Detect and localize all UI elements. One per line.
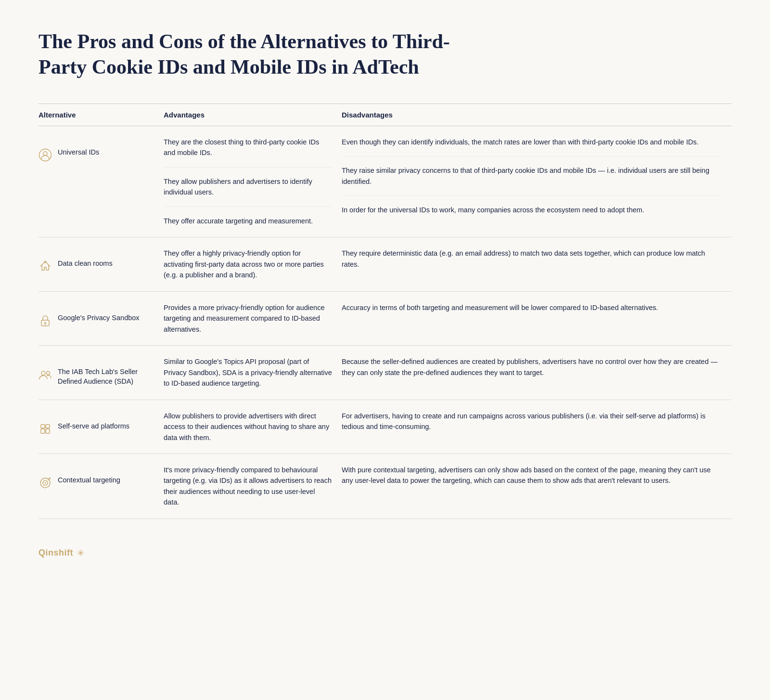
table-row: Google's Privacy Sandbox Provides a more… bbox=[38, 291, 732, 345]
home-icon bbox=[38, 259, 52, 273]
brand-name: Qinshift bbox=[38, 548, 73, 558]
table-row: Contextual targeting It's more privacy-f… bbox=[38, 454, 732, 519]
disadvantages-cell-universal-ids: Even though they can identify individual… bbox=[342, 126, 732, 237]
advantage-item: They offer accurate targeting and measur… bbox=[164, 207, 332, 226]
lock-icon bbox=[38, 314, 52, 327]
alternative-label-iab-sda: The IAB Tech Lab's Seller Defined Audien… bbox=[58, 367, 154, 387]
advantage-item: It's more privacy-friendly compared to b… bbox=[164, 465, 332, 508]
advantages-cell-universal-ids: They are the closest thing to third-part… bbox=[164, 126, 342, 237]
svg-point-7 bbox=[47, 372, 50, 375]
svg-rect-8 bbox=[41, 425, 45, 428]
person-circle-icon bbox=[38, 148, 52, 162]
comparison-table: Alternative Advantages Disadvantages Uni… bbox=[38, 104, 732, 519]
table-header-row: Alternative Advantages Disadvantages bbox=[38, 104, 732, 126]
advantages-cell-self-serve-ad: Allow publishers to provide advertisers … bbox=[164, 400, 342, 454]
disadvantages-cell-iab-sda: Because the seller-defined audiences are… bbox=[342, 346, 732, 400]
alternative-cell-data-clean-rooms: Data clean rooms bbox=[38, 237, 164, 291]
target-icon bbox=[38, 476, 52, 490]
advantages-cell-iab-sda: Similar to Google's Topics API proposal … bbox=[164, 346, 342, 400]
disadvantage-item: In order for the universal IDs to work, … bbox=[342, 195, 722, 215]
alternative-cell-iab-sda: The IAB Tech Lab's Seller Defined Audien… bbox=[38, 346, 164, 400]
disadvantage-item: Because the seller-defined audiences are… bbox=[342, 356, 722, 378]
alternative-cell-privacy-sandbox: Google's Privacy Sandbox bbox=[38, 291, 164, 345]
page-title: The Pros and Cons of the Alternatives to… bbox=[38, 29, 472, 79]
advantages-cell-data-clean-rooms: They offer a highly privacy-friendly opt… bbox=[164, 237, 342, 291]
disadvantage-item: They raise similar privacy concerns to t… bbox=[342, 156, 722, 187]
svg-point-0 bbox=[39, 149, 51, 161]
svg-point-14 bbox=[45, 482, 46, 483]
advantage-item: Similar to Google's Topics API proposal … bbox=[164, 356, 332, 389]
people-icon bbox=[38, 368, 52, 381]
disadvantage-item: With pure contextual targeting, advertis… bbox=[342, 465, 722, 486]
alternative-cell-self-serve-ad: Self-serve ad platforms bbox=[38, 400, 164, 454]
disadvantages-cell-contextual-targeting: With pure contextual targeting, advertis… bbox=[342, 454, 732, 519]
svg-point-2 bbox=[45, 262, 46, 263]
disadvantage-item: Even though they can identify individual… bbox=[342, 137, 722, 147]
svg-rect-10 bbox=[41, 429, 45, 433]
disadvantage-item: They require deterministic data (e.g. an… bbox=[342, 248, 722, 270]
table-row: Self-serve ad platforms Allow publishers… bbox=[38, 400, 732, 454]
disadvantage-item: Accuracy in terms of both targeting and … bbox=[342, 302, 722, 313]
alternative-label-data-clean-rooms: Data clean rooms bbox=[58, 259, 113, 268]
advantages-cell-privacy-sandbox: Provides a more privacy-friendly option … bbox=[164, 291, 342, 345]
advantage-item: They allow publishers and advertisers to… bbox=[164, 167, 332, 198]
advantage-item: They are the closest thing to third-part… bbox=[164, 137, 332, 158]
col-header-disadvantages: Disadvantages bbox=[342, 104, 732, 126]
alternative-cell-universal-ids: Universal IDs bbox=[38, 126, 164, 237]
alternative-label-universal-ids: Universal IDs bbox=[58, 147, 99, 157]
disadvantages-cell-data-clean-rooms: They require deterministic data (e.g. an… bbox=[342, 237, 732, 291]
alternative-label-self-serve-ad: Self-serve ad platforms bbox=[58, 421, 129, 431]
alternative-label-privacy-sandbox: Google's Privacy Sandbox bbox=[58, 313, 140, 323]
table-row: The IAB Tech Lab's Seller Defined Audien… bbox=[38, 346, 732, 400]
advantage-item: Provides a more privacy-friendly option … bbox=[164, 302, 332, 335]
alternative-cell-contextual-targeting: Contextual targeting bbox=[38, 454, 164, 519]
svg-point-1 bbox=[43, 152, 47, 156]
brand-icon: ✳ bbox=[77, 548, 84, 558]
svg-rect-9 bbox=[46, 425, 50, 428]
svg-rect-11 bbox=[46, 429, 50, 433]
disadvantage-item: For advertisers, having to create and ru… bbox=[342, 411, 722, 432]
table-row: Universal IDs They are the closest thing… bbox=[38, 126, 732, 237]
disadvantages-cell-self-serve-ad: For advertisers, having to create and ru… bbox=[342, 400, 732, 454]
disadvantages-cell-privacy-sandbox: Accuracy in terms of both targeting and … bbox=[342, 291, 732, 345]
grid-icon bbox=[38, 422, 52, 436]
advantages-cell-contextual-targeting: It's more privacy-friendly compared to b… bbox=[164, 454, 342, 519]
svg-point-6 bbox=[41, 371, 45, 375]
footer: Qinshift ✳ bbox=[38, 548, 732, 558]
advantage-item: Allow publishers to provide advertisers … bbox=[164, 411, 332, 443]
advantage-item: They offer a highly privacy-friendly opt… bbox=[164, 248, 332, 280]
col-header-advantages: Advantages bbox=[164, 104, 342, 126]
col-header-alternative: Alternative bbox=[38, 104, 164, 126]
alternative-label-contextual-targeting: Contextual targeting bbox=[58, 475, 120, 485]
table-row: Data clean rooms They offer a highly pri… bbox=[38, 237, 732, 291]
